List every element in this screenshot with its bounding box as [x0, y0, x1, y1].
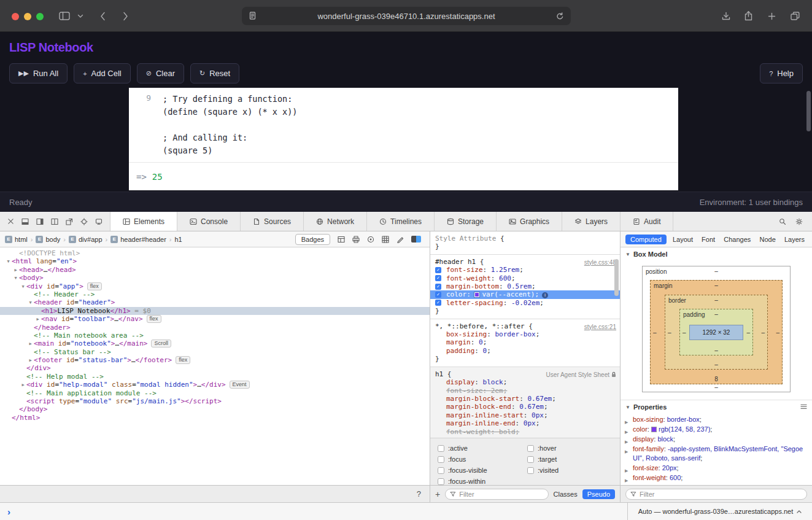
dock-bottom-icon[interactable]: [21, 218, 29, 225]
layout-icon[interactable]: [338, 236, 345, 243]
dock-side-icon[interactable]: [36, 218, 44, 225]
node-target-icon[interactable]: [367, 236, 374, 243]
computed-property[interactable]: ▶display: block;: [621, 435, 812, 444]
panel-tab-changes[interactable]: Changes: [721, 235, 753, 244]
dom-tree-row[interactable]: ▼<header id="header">: [0, 298, 430, 306]
computed-property[interactable]: ▶font-family: -apple-system, BlinkMacSys…: [621, 444, 812, 464]
computed-property[interactable]: ▶font-weight: 600;: [621, 473, 812, 483]
pseudo-toggle[interactable]: Pseudo: [582, 489, 615, 499]
disclosure-closed-icon[interactable]: ▶: [625, 476, 628, 485]
close-window-button[interactable]: [12, 13, 19, 20]
dom-tree-row[interactable]: ▶<main id="notebook">…</main>Scroll: [0, 340, 430, 347]
code-editor[interactable]: 9 ; Try defining a function:(define (squ…: [129, 88, 678, 163]
tab-sources[interactable]: Sources: [241, 212, 304, 231]
breadcrumb-item[interactable]: Ebody: [36, 236, 60, 243]
minimize-window-button[interactable]: [24, 13, 31, 20]
forward-icon[interactable]: [123, 12, 128, 21]
target-selector[interactable]: Auto — wonderful-grass-039e…azurestatica…: [627, 503, 812, 520]
dom-tree-row[interactable]: ▶<div id="help-modal" class="modal hidde…: [0, 381, 430, 389]
styles-filter[interactable]: [445, 489, 548, 500]
rule-selector[interactable]: *, *::before, *::after {style.css:21: [430, 322, 620, 330]
checkbox-icon[interactable]: [438, 478, 444, 485]
new-tab-icon[interactable]: [768, 12, 776, 20]
css-property[interactable]: font-size: 2em;: [430, 387, 620, 395]
page-settings-icon[interactable]: [249, 12, 256, 20]
css-property[interactable]: margin-block-start: 0.67em;: [430, 395, 620, 403]
tab-elements[interactable]: Elements: [110, 212, 177, 231]
css-property[interactable]: margin: 0;: [430, 338, 620, 346]
new-rule-button[interactable]: +: [435, 489, 440, 499]
computed-property[interactable]: ▶font-size: 20px;: [621, 464, 812, 473]
inspector-help-button[interactable]: ?: [417, 489, 421, 499]
clear-button[interactable]: ⊘Clear: [137, 63, 184, 83]
reset-button[interactable]: ↻Reset: [190, 63, 239, 83]
disclosure-closed-icon[interactable]: ▶: [625, 447, 628, 456]
dom-tree-row[interactable]: <!-- Main notebook area -->: [0, 332, 430, 340]
dom-tree-row[interactable]: </div>: [0, 364, 430, 372]
checkbox-icon[interactable]: [438, 467, 444, 474]
styles-scrollbar[interactable]: [614, 259, 619, 296]
css-property[interactable]: margin-inline-end: 0px;: [430, 419, 620, 427]
add-cell-button[interactable]: +Add Cell: [74, 63, 131, 83]
dom-tree-row[interactable]: <!-- Status bar -->: [0, 348, 430, 356]
pseudo-checkbox-hover[interactable]: :hover: [527, 443, 559, 454]
breadcrumb-item[interactable]: Ediv#app: [69, 236, 102, 243]
disclosure-closed-icon[interactable]: ▶: [27, 357, 34, 365]
classes-toggle[interactable]: Classes: [554, 491, 578, 498]
layout-badge[interactable]: Event: [230, 381, 250, 389]
layout-badge[interactable]: flex: [176, 356, 190, 364]
css-property[interactable]: ✓font-weight: 600;: [430, 274, 620, 282]
dom-tree-row[interactable]: ▼<body>: [0, 274, 430, 282]
share-icon[interactable]: [744, 10, 752, 21]
reload-icon[interactable]: [556, 12, 564, 20]
properties-header[interactable]: ▼ Properties: [621, 400, 812, 414]
dom-tree-row[interactable]: <!DOCTYPE html>: [0, 249, 430, 257]
close-icon[interactable]: [7, 218, 14, 225]
checkbox-icon[interactable]: [527, 445, 534, 452]
dom-tree-row[interactable]: </header>: [0, 324, 430, 332]
disclosure-open-icon[interactable]: ▼: [20, 283, 26, 291]
tab-network[interactable]: Network: [304, 212, 367, 231]
pseudo-checkbox-visited[interactable]: :visited: [527, 465, 559, 476]
pseudo-checkbox-target[interactable]: :target: [527, 454, 559, 465]
dom-tree-row[interactable]: <h1>LISP Notebook</h1> = $0: [0, 307, 430, 315]
sidebar-toggle-icon[interactable]: [59, 12, 70, 20]
disclosure-closed-icon[interactable]: ▶: [34, 316, 41, 324]
print-icon[interactable]: [352, 236, 360, 243]
panel-tab-layout[interactable]: Layout: [670, 235, 695, 244]
dom-tree-row[interactable]: ▶<footer id="status-bar">…</footer>flex: [0, 356, 430, 364]
disclosure-open-icon[interactable]: ▼: [5, 258, 12, 266]
dom-tree-row[interactable]: ▶<head>…</head>: [0, 266, 430, 274]
panel-tab-node[interactable]: Node: [757, 235, 778, 244]
css-property[interactable]: ✓letter-spacing: -0.02em;: [430, 299, 620, 307]
properties-menu-icon[interactable]: [800, 404, 807, 409]
console-prompt-icon[interactable]: ›: [0, 506, 10, 517]
property-checkbox[interactable]: ✓: [435, 300, 441, 306]
tab-layers[interactable]: Layers: [562, 212, 621, 231]
property-checkbox[interactable]: ✓: [435, 284, 441, 290]
checkbox-icon[interactable]: [438, 445, 444, 452]
info-icon[interactable]: i: [542, 292, 548, 298]
css-property[interactable]: ✓font-size: 1.25rem;: [430, 266, 620, 274]
stylesheet-link[interactable]: style.css:48: [584, 258, 616, 266]
dom-tree-row[interactable]: ▶<nav id="toolbar">…</nav>flex: [0, 315, 430, 323]
css-property[interactable]: ✓margin-bottom: 0.5rem;: [430, 282, 620, 290]
layout-badge[interactable]: Scroll: [151, 340, 171, 347]
layout-compare-icon[interactable]: [411, 236, 421, 243]
edit-icon[interactable]: [396, 236, 404, 243]
css-property[interactable]: display: block;: [430, 378, 620, 386]
panel-tab-font[interactable]: Font: [699, 235, 717, 244]
computed-filter-input[interactable]: [640, 491, 802, 498]
tab-overview-icon[interactable]: [791, 12, 800, 20]
checkbox-icon[interactable]: [438, 456, 444, 463]
disclosure-open-icon[interactable]: ▼: [12, 274, 19, 282]
tab-console[interactable]: Console: [177, 212, 241, 231]
layout-badge[interactable]: flex: [147, 315, 161, 323]
pseudo-checkbox-focus[interactable]: :focus: [438, 454, 487, 465]
tab-audit[interactable]: Audit: [621, 212, 673, 231]
css-property[interactable]: font-weight: bold;: [430, 428, 620, 436]
dom-tree-row[interactable]: </body>: [0, 405, 430, 413]
page-scrollbar[interactable]: [806, 91, 811, 131]
layout-badge[interactable]: flex: [87, 282, 102, 290]
dom-tree-row[interactable]: ▼<div id="app">flex: [0, 282, 430, 290]
